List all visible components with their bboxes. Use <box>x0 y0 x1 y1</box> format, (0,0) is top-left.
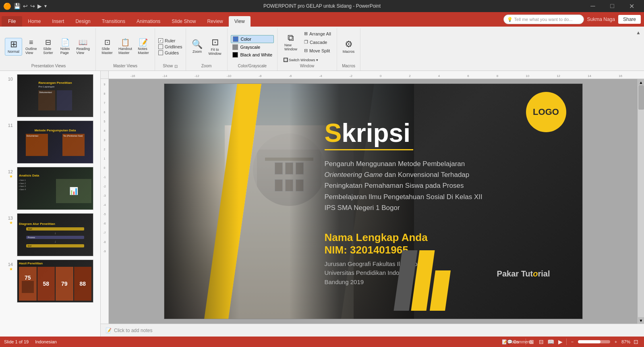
btn-arrange-all[interactable]: ⊞ Arrange All <box>302 30 333 37</box>
comments-icon: 💬 <box>507 339 513 345</box>
handoutmaster-label: HandoutMaster <box>118 47 132 55</box>
zoom-slider[interactable] <box>578 340 610 343</box>
thumb-11-content: Dokumentasi Tes (Pemberian Soal) <box>19 134 91 156</box>
main-area: 10 Rancangan Penelitian Pro Lapangan Dok… <box>0 71 644 337</box>
normal-icon: ⊞ <box>10 40 17 49</box>
outline-label: OutlineView <box>25 47 37 55</box>
tab-slideshow[interactable]: Slide Show <box>166 16 201 27</box>
group-color: Color Grayscale Black and White Color/Gr… <box>228 28 277 71</box>
main-slide: LOGO Skripsi Pengaruh Menggunaan Metode … <box>164 83 583 319</box>
blackwhite-option[interactable]: Black and White <box>231 51 274 58</box>
slide-thumb-12[interactable]: 12 ★ Analisis Data • Item 1• Item 2• Ite… <box>0 165 100 212</box>
vertical-ruler: 9 8 7 6 5 4 3 2 1 0 -1 -2 -3 -4 -5 -6 -7… <box>101 79 109 324</box>
grayscale-option[interactable]: Grayscale <box>231 44 274 51</box>
view-sorter-btn[interactable]: ⊟ <box>537 338 545 346</box>
btn-fit-to-window[interactable]: ⊡ Fit toWindow <box>206 36 224 57</box>
quick-access-more[interactable]: ▾ <box>44 3 47 9</box>
btn-notes-page[interactable]: 📄 NotesPage <box>57 37 73 56</box>
btn-normal[interactable]: ⊞ Normal <box>5 38 22 56</box>
share-button[interactable]: Share <box>618 15 641 24</box>
maximize-button[interactable]: □ <box>603 0 621 12</box>
scrollbar-right[interactable]: ▲ ▼ <box>638 79 644 324</box>
logo-circle: LOGO <box>526 92 566 132</box>
slide-thumb-11[interactable]: 11 Metode Pengumpulan Data Dokumentasi T… <box>0 119 100 165</box>
quick-access-present[interactable]: ▶ <box>37 3 42 9</box>
btn-new-window[interactable]: ⧉ NewWindow <box>281 32 301 53</box>
btn-zoom[interactable]: 🔍 Zoom <box>189 38 205 55</box>
horizontal-ruler: -16-14-12-10-8-6-4-20246810121416 <box>109 71 644 79</box>
group-macros: ⚙ Macros Macros <box>337 28 361 71</box>
btn-handout-master[interactable]: 📋 HandoutMaster <box>116 37 135 56</box>
btn-macros[interactable]: ⚙ Macros <box>340 38 357 55</box>
gridlines-label: Gridlines <box>165 44 182 49</box>
btn-cascade[interactable]: ❐ Cascade <box>302 38 333 46</box>
fit-slide-btn[interactable]: ⊡ <box>632 338 640 346</box>
tab-view[interactable]: View <box>229 16 251 27</box>
fit-label: Fit toWindow <box>209 48 222 56</box>
tab-review[interactable]: Review <box>201 16 228 27</box>
view-normal-btn[interactable]: ⊞ <box>528 338 536 346</box>
zoom-label: Zoom <box>193 50 202 54</box>
tab-design[interactable]: Design <box>70 16 96 27</box>
color-group: Color Grayscale Black and White <box>231 35 274 58</box>
tab-home[interactable]: Home <box>22 16 46 27</box>
close-button[interactable]: ✕ <box>622 0 641 12</box>
tab-transitions[interactable]: Transitions <box>96 16 131 27</box>
chk-guides[interactable]: Guides <box>158 50 182 55</box>
quick-access-redo[interactable]: ↪ <box>30 3 35 9</box>
zoom-slider-fill <box>578 340 601 343</box>
btn-slide-sorter[interactable]: ⊟ SlideSorter <box>40 37 56 56</box>
tell-me-input[interactable]: 💡 Tell me what you want to do... <box>503 15 584 24</box>
thumb-image-11: Metode Pengumpulan Data Dokumentasi Tes … <box>17 121 93 164</box>
status-divider-2 <box>566 339 567 345</box>
tab-animations[interactable]: Animations <box>131 16 166 27</box>
view-reading-btn[interactable]: 📖 <box>547 338 555 346</box>
view-slideshow-btn[interactable]: ▶ <box>557 338 565 346</box>
color-option[interactable]: Color <box>231 35 274 43</box>
sorter-icon: ⊟ <box>45 39 51 46</box>
slide-num-col-13: 13 ★ <box>3 213 14 225</box>
user-name: Sukma Naga <box>587 17 615 22</box>
minimize-button[interactable]: ─ <box>584 0 602 12</box>
slide-thumb-14[interactable]: 14 ★ Hasil Penelitian 75 58 <box>0 258 100 304</box>
notes-bar[interactable]: 📝 Click to add notes <box>101 324 644 337</box>
btn-slide-master[interactable]: ⊡ SlideMaster <box>99 37 115 56</box>
notespage-label: NotesPage <box>60 47 70 55</box>
btn-switch-windows[interactable]: 🔲 Switch Windows ▾ <box>281 56 321 64</box>
tab-insert[interactable]: Insert <box>46 16 70 27</box>
zoom-in-btn[interactable]: + <box>612 338 620 346</box>
logo-text: LOGO <box>533 107 559 117</box>
show-expand-icon[interactable]: ⊡ <box>174 64 178 69</box>
subtitle-italic: Orienteering Game <box>325 171 383 179</box>
pv-label: Presentation Views <box>31 64 66 69</box>
slide-num-col-10: 10 <box>3 74 14 81</box>
slide-number-12: 12 <box>4 168 13 174</box>
scroll-up-btn[interactable]: ▲ <box>638 79 644 85</box>
zoom-out-btn[interactable]: − <box>568 338 576 346</box>
slide-subtitle: Pengaruh Menggunaan Metode Pembelajaran … <box>325 158 494 213</box>
chk-ruler[interactable]: ✓ Ruler <box>158 38 182 43</box>
gridlines-checkbox[interactable] <box>158 44 163 49</box>
status-bar: Slide 1 of 19 Indonesian 📝 Notes 💬 Comme… <box>0 337 644 347</box>
slide-thumb-10[interactable]: 10 Rancangan Penelitian Pro Lapangan Dok… <box>0 73 100 119</box>
btn-outline-view[interactable]: ≡ OutlineView <box>23 37 39 56</box>
notes-placeholder: Click to add notes <box>114 328 152 333</box>
quick-access-save[interactable]: 💾 <box>14 3 21 9</box>
comments-btn[interactable]: 💬 Comments <box>516 338 524 346</box>
btn-move-split[interactable]: ⊟ Move Split <box>302 47 333 54</box>
checkbox-group: ✓ Ruler Gridlines Guides <box>158 37 182 56</box>
scroll-thumb[interactable] <box>638 85 644 110</box>
ribbon-expand[interactable]: ▲ <box>634 28 642 71</box>
tab-file[interactable]: File <box>2 16 22 27</box>
slide-container[interactable]: LOGO Skripsi Pengaruh Menggunaan Metode … <box>109 79 638 324</box>
scroll-down-btn[interactable]: ▼ <box>638 317 644 324</box>
outline-icon: ≡ <box>29 39 33 46</box>
btn-reading-view[interactable]: 📖 ReadingView <box>74 37 93 56</box>
btn-notes-master[interactable]: 📝 NotesMaster <box>135 37 151 56</box>
chk-gridlines[interactable]: Gridlines <box>158 44 182 49</box>
slide-thumb-13[interactable]: 13 ★ Diagram Alur Penelitian Start ↓ Pro… <box>0 212 100 258</box>
quick-access-undo[interactable]: ↩ <box>23 3 28 9</box>
ruler-checkbox[interactable]: ✓ <box>158 38 163 43</box>
expand-icon[interactable]: ▲ <box>636 30 641 35</box>
guides-checkbox[interactable] <box>158 50 163 55</box>
